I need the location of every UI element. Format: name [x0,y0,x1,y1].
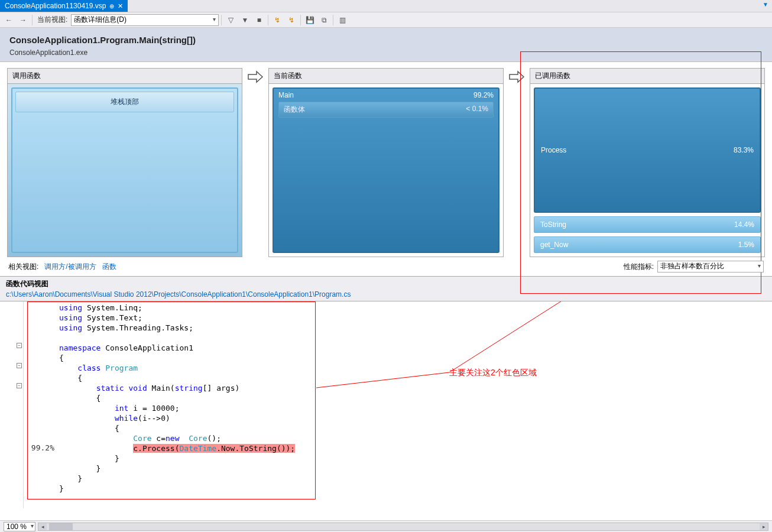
current-view-label: 当前视图: [35,15,70,25]
code-editor[interactable]: − − − 99.2% using System.Linq; using Sys… [0,301,772,508]
called-name: ToString [540,220,566,229]
code-view-title: 函数代码视图 [0,277,772,290]
called-name: get_Now [540,241,568,249]
panel-body: Process 83.3% ToString 14.4% get_Now 1.5… [530,84,764,257]
copy-icon[interactable]: ⧉ [317,14,330,27]
stop-icon[interactable]: ■ [252,14,265,27]
calling-block[interactable]: 堆栈顶部 [11,87,238,253]
called-pct: 14.4% [734,220,754,229]
module-name: ConsoleApplication1.exe [9,48,763,57]
fold-toggle[interactable]: − [17,343,22,348]
close-icon[interactable]: ✕ [118,2,123,10]
calling-functions-panel: 调用函数 堆栈顶部 [7,68,242,257]
filter-icon[interactable]: ▽ [224,14,237,27]
nav-forward-button[interactable]: → [17,14,30,27]
called-function-block[interactable]: ToString 14.4% [534,216,761,233]
panel-title: 已调用函数 [530,69,764,84]
called-functions-panel: 已调用函数 Process 83.3% ToString 14.4% get_N… [530,68,765,257]
fold-toggle[interactable]: − [17,363,22,368]
current-function-panel: 当前函数 Main 99.2% 函数体 < 0.1% [268,68,504,257]
code-text: using System.Linq; using System.Text; us… [59,301,772,508]
separator [300,15,301,25]
toolbar: ← → 当前视图: 函数详细信息(D) ▽ ▼ ■ ↯ ↯ 💾 ⧉ ▥ [0,12,772,28]
collapse-icon[interactable]: ↯ [285,14,298,27]
fold-toggle[interactable]: − [17,383,22,388]
panel-title: 调用函数 [8,69,242,84]
separator [268,15,268,25]
layout-icon[interactable]: ▥ [336,14,349,27]
separator [32,15,33,25]
tab-filename: ConsoleApplication1130419.vsp [5,2,106,10]
metric-row: 性能指标: 非独占样本数百分比 [624,261,764,273]
line-pct: 99.2% [31,443,54,452]
body-pct: < 0.1% [466,105,488,115]
called-pct: 83.3% [734,146,754,154]
called-name: Process [541,146,566,154]
current-view-select[interactable]: 函数详细信息(D) [71,14,219,26]
nav-back-button[interactable]: ← [2,14,15,27]
call-panels-row: 调用函数 堆栈顶部 当前函数 Main 99.2% 函数体 < 0.1% [0,62,772,258]
pin-icon[interactable]: ⊕ [109,3,114,9]
save-icon[interactable]: 💾 [303,14,316,27]
functions-link[interactable]: 函数 [102,262,116,272]
metric-label: 性能指标: [624,262,654,272]
separator [333,15,333,25]
function-header: ConsoleApplication1.Program.Main(string[… [0,28,772,62]
stack-top-block[interactable]: 堆栈顶部 [15,92,234,112]
function-name: ConsoleApplication1.Program.Main(string[… [9,35,763,45]
fold-gutter: − − − [0,301,24,508]
body-label: 函数体 [284,105,305,115]
separator [221,15,222,25]
related-views-label: 相关视图: [8,262,38,272]
function-pct: 99.2% [473,91,494,99]
filter-clear-icon[interactable]: ▼ [238,14,251,27]
percent-margin: 99.2% [24,301,59,508]
current-function-block[interactable]: Main 99.2% 函数体 < 0.1% [273,87,499,253]
panel-body: Main 99.2% 函数体 < 0.1% [269,84,503,257]
caller-callee-link[interactable]: 调用方/被调用方 [44,262,96,272]
function-label: Main [278,91,294,99]
metric-select[interactable]: 非独占样本数百分比 [657,261,764,273]
function-body-block[interactable]: 函数体 < 0.1% [278,102,494,118]
annotation-text: 主要关注这2个红色区域 [449,368,537,378]
hot-path-icon[interactable]: ↯ [271,14,284,27]
code-section: 函数代码视图 c:\Users\Aaron\Documents\Visual S… [0,276,772,508]
panel-body: 堆栈顶部 [8,84,242,257]
arrow-icon [508,68,525,257]
arrow-icon [247,68,264,257]
panel-title: 当前函数 [269,69,503,84]
related-views-row: 相关视图: 调用方/被调用方 函数 性能指标: 非独占样本数百分比 [0,258,772,276]
tab-dropdown-icon[interactable]: ▼ [763,1,768,8]
document-tab-bar: ConsoleApplication1130419.vsp ⊕ ✕ ▼ [0,0,772,12]
document-tab[interactable]: ConsoleApplication1130419.vsp ⊕ ✕ [0,0,128,12]
block-header: Main 99.2% [278,91,494,99]
called-function-block[interactable]: get_Now 1.5% [534,236,761,253]
called-pct: 1.5% [738,241,754,249]
called-function-block[interactable]: Process 83.3% [534,87,761,213]
code-file-path[interactable]: c:\Users\Aaron\Documents\Visual Studio 2… [0,290,772,301]
related-views: 相关视图: 调用方/被调用方 函数 [8,262,116,272]
